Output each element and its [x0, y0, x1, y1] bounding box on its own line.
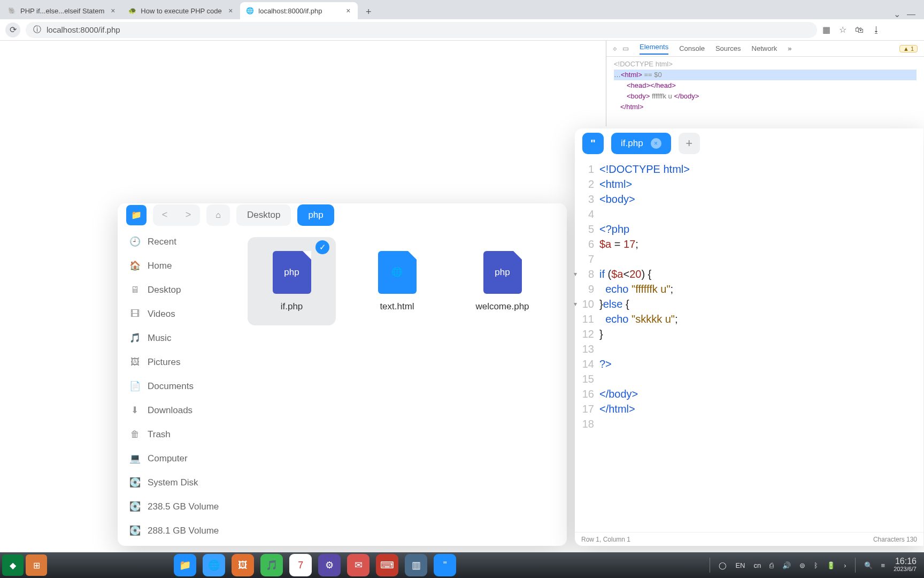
dock-mail-icon[interactable]: ✉ [347, 554, 369, 576]
sidebar-label: Recent [148, 237, 176, 247]
battery-icon[interactable]: 🔋 [827, 561, 835, 569]
workspace-button[interactable]: ⊞ [26, 554, 47, 576]
close-icon[interactable]: × [344, 6, 352, 15]
chevron-down-icon[interactable]: ⌄ [894, 9, 900, 19]
home-button[interactable]: ⌂ [206, 204, 230, 226]
nav-buttons: < > [153, 204, 200, 226]
device-icon[interactable]: ▭ [622, 44, 629, 52]
file-item[interactable]: ✓phpif.php [248, 237, 336, 325]
sidebar-label: Downloads [148, 405, 192, 416]
back-button[interactable]: < [153, 209, 176, 220]
extension-icon[interactable]: 🛍 [855, 25, 864, 35]
dock-editor-icon[interactable]: " [434, 554, 456, 576]
browser-tab-strip: 🐘 PHP if...else...elseif Statem × 🐢 How … [0, 0, 924, 19]
devtools-tab-elements[interactable]: Elements [640, 43, 668, 55]
site-info-icon[interactable]: ⓘ [33, 25, 41, 35]
bookmark-icon[interactable]: ☆ [839, 25, 846, 35]
file-item[interactable]: phpwelcome.php [458, 237, 546, 325]
fm-file-grid[interactable]: ✓phpif.php🌐text.htmlphpwelcome.php [238, 226, 567, 546]
file-type-icon: 🌐 [378, 251, 417, 294]
sidebar-item[interactable]: 💽System Disk [118, 470, 238, 495]
editor-tab[interactable]: if.php × [611, 133, 671, 154]
breadcrumb-desktop[interactable]: Desktop [236, 204, 291, 226]
dom-line[interactable]: <body> ffffffk u </body> [614, 91, 917, 102]
devtools-tab-network[interactable]: Network [752, 44, 777, 52]
files-app-icon[interactable]: 📁 [126, 205, 147, 225]
sidebar-item[interactable]: 💻Computer [118, 446, 238, 470]
dom-line[interactable]: </html> [614, 102, 917, 112]
bluetooth-icon[interactable]: ᛒ [814, 561, 818, 569]
browser-tab-0[interactable]: 🐘 PHP if...else...elseif Statem × [2, 2, 122, 19]
file-type-icon: php [273, 251, 311, 294]
notifications-icon[interactable]: ≡ [881, 561, 886, 569]
chevron-right-icon[interactable]: › [844, 561, 846, 569]
network-icon[interactable]: ⊚ [799, 561, 805, 569]
sidebar-item[interactable]: 📄Documents [118, 374, 238, 398]
sidebar-item[interactable]: 💽288.1 GB Volume [118, 519, 238, 543]
sidebar-item[interactable]: 🖥Desktop [118, 278, 238, 302]
editor-app-icon[interactable]: " [582, 133, 604, 154]
language-indicator[interactable]: EN [735, 561, 745, 569]
close-icon[interactable]: × [109, 6, 117, 15]
new-tab-button[interactable]: + [361, 4, 376, 19]
dock-music-icon[interactable]: 🎵 [260, 554, 283, 576]
clock[interactable]: 16:16 2023/6/7 [894, 557, 917, 573]
sidebar-item[interactable]: 🎞Videos [118, 302, 238, 326]
close-icon[interactable]: × [226, 6, 235, 15]
sidebar-label: Documents [148, 381, 194, 392]
qr-icon[interactable]: ▦ [822, 25, 830, 35]
dom-line[interactable]: <head></head> [614, 80, 917, 91]
dom-line[interactable]: …<html> == $0 [614, 70, 917, 80]
sidebar-item[interactable]: 🖼Pictures [118, 350, 238, 374]
devtools-more-icon[interactable]: » [788, 44, 791, 52]
dock-photos-icon[interactable]: 🖼 [232, 554, 254, 576]
devtools-tab-sources[interactable]: Sources [715, 44, 741, 52]
close-icon[interactable]: × [651, 138, 661, 149]
volume-icon[interactable]: 🔊 [782, 561, 791, 569]
sidebar-label: Music [148, 333, 171, 344]
devtools-tab-console[interactable]: Console [679, 44, 705, 52]
reload-button[interactable]: ⟳ [5, 22, 20, 37]
new-editor-tab-button[interactable]: + [679, 133, 700, 154]
file-manager-window: 📁 < > ⌂ Desktop php 🕘Recent🏠Home🖥Desktop… [118, 203, 567, 546]
dock: 📁 🌐 🖼 🎵 7 ⚙ ✉ ⌨ ▥ " [174, 554, 456, 576]
sidebar-item[interactable]: ⬇Downloads [118, 398, 238, 422]
forward-button[interactable]: > [176, 209, 200, 220]
sidebar-item[interactable]: 🕘Recent [118, 230, 238, 254]
breadcrumb-php[interactable]: php [297, 204, 334, 226]
dock-browser-icon[interactable]: 🌐 [203, 554, 225, 576]
ime-indicator[interactable]: cn [753, 561, 761, 569]
sidebar-icon: ⬇ [129, 405, 140, 416]
sidebar-item[interactable]: 💽238.5 GB Volume [118, 495, 238, 519]
dock-settings-icon[interactable]: ⚙ [318, 554, 341, 576]
sidebar-icon: 🖥 [129, 285, 140, 295]
dock-terminal-icon[interactable]: ⌨ [376, 554, 398, 576]
code-area[interactable]: 123456789101112131415161718 <!DOCTYPE ht… [575, 158, 923, 532]
browser-tab-2[interactable]: 🌐 localhost:8000/if.php × [240, 2, 358, 19]
tray-circle-icon[interactable]: ◯ [719, 561, 727, 569]
minimize-icon[interactable]: — [907, 10, 915, 19]
warning-badge[interactable]: ▲ 1 [899, 45, 918, 52]
sidebar-icon: 🕘 [129, 236, 140, 247]
download-icon[interactable]: ⭳ [872, 25, 881, 35]
sidebar-item[interactable]: 🏠Home [118, 254, 238, 278]
char-count: Characters 130 [873, 536, 917, 543]
file-name: welcome.php [475, 301, 529, 312]
dock-monitor-icon[interactable]: ▥ [405, 554, 427, 576]
sidebar-item[interactable]: 🗑Trash [118, 422, 238, 446]
usb-icon[interactable]: ⎙ [769, 561, 774, 569]
dock-calendar-icon[interactable]: 7 [289, 554, 312, 576]
search-icon[interactable]: 🔍 [864, 561, 873, 569]
code-content[interactable]: <!DOCTYPE html><html><body> <?php$a = 17… [599, 162, 923, 532]
file-item[interactable]: 🌐text.html [353, 237, 441, 325]
separator [710, 558, 710, 573]
sidebar-icon: 🖼 [129, 357, 140, 368]
browser-tab-1[interactable]: 🐢 How to execute PHP code × [122, 2, 240, 19]
sidebar-item[interactable]: 🎵Music [118, 326, 238, 350]
dock-files-icon[interactable]: 📁 [174, 554, 196, 576]
dom-tree[interactable]: <!DOCTYPE html> …<html> == $0 <head></he… [606, 57, 924, 115]
start-button[interactable]: ◆ [2, 554, 24, 576]
sidebar-icon: 💻 [129, 453, 140, 464]
address-bar[interactable]: ⓘ localhost:8000/if.php [26, 22, 817, 38]
inspect-icon[interactable]: ⟐ [613, 44, 617, 52]
